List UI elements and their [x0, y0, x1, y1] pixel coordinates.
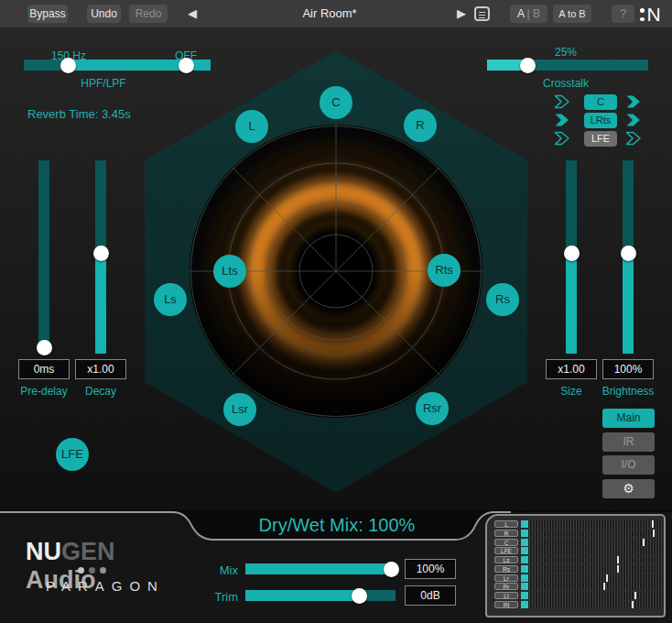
node-lts[interactable]: Lts [213, 255, 246, 288]
crosstalk-value-label: 25% [543, 46, 589, 59]
meter-scale [521, 601, 663, 608]
size-handle[interactable] [564, 246, 580, 261]
help-button[interactable]: ? [612, 5, 634, 23]
meter-peak-marker [617, 556, 619, 563]
meter-channel-label: R [494, 530, 518, 537]
view-tab-io[interactable]: I/O [602, 455, 655, 475]
pre-delay-value[interactable]: 0ms [18, 359, 70, 379]
meter-row-rs: Rs [487, 565, 664, 573]
trim-slider[interactable] [245, 590, 396, 601]
meter-channel-label: Rt [494, 601, 518, 608]
node-c[interactable]: C [320, 86, 352, 119]
meter-row-rr: Rr [487, 583, 664, 590]
undo-button[interactable]: Undo [87, 5, 121, 23]
preset-title: Air Room* [256, 0, 403, 27]
meter-channel-label: Lr [494, 574, 518, 582]
bottom-panel: Dry/Wet Mix: 100% NUGEN Audio PARAGON Mi… [0, 510, 672, 623]
meter-scale [521, 530, 663, 537]
ab-toggle-button[interactable]: A | B [510, 5, 547, 23]
decay-handle[interactable] [93, 246, 109, 261]
top-toolbar: Bypass Undo Redo ◀ Air Room* ▶ A | B A t… [0, 0, 672, 27]
decay-value[interactable]: x1.00 [75, 359, 126, 379]
meter-scale [521, 539, 663, 546]
trim-handle[interactable] [352, 588, 367, 604]
brightness-value[interactable]: 100% [602, 359, 654, 379]
nugen-logo: N [640, 4, 661, 26]
meter-row-rt: Rt [487, 601, 664, 608]
meter-row-lt: Lt [487, 592, 664, 599]
meter-level-bar [521, 547, 528, 554]
meter-level-bar [521, 539, 528, 546]
node-rs[interactable]: Rs [486, 283, 519, 316]
meter-level-bar [521, 530, 528, 537]
node-lsr[interactable]: Lsr [223, 393, 256, 426]
trim-label: Trim [197, 590, 238, 604]
meter-level-bar [521, 583, 528, 590]
trim-value[interactable]: 0dB [405, 585, 456, 606]
next-preset-icon[interactable]: ▶ [457, 6, 466, 20]
brightness-handle[interactable] [621, 246, 636, 261]
routing-button-c[interactable]: C [584, 94, 617, 110]
a-to-b-button[interactable]: A to B [553, 5, 591, 23]
view-tab-main[interactable]: Main [602, 409, 655, 428]
meter-channel-label: Lt [494, 592, 518, 599]
previous-preset-icon[interactable]: ◀ [188, 6, 197, 20]
crosstalk-routing: CLRtsLFE [554, 94, 645, 149]
meter-level-bar [521, 565, 528, 573]
node-rts[interactable]: Rts [428, 254, 461, 287]
meter-peak-marker [643, 539, 645, 546]
meter-channel-label: Rr [494, 583, 518, 590]
hpf-lpf-label: HPF/LPF [67, 77, 140, 90]
meter-channel-label: LFE [494, 547, 518, 554]
meter-peak-marker [603, 583, 605, 590]
brightness-label: Brightness [591, 385, 665, 398]
meter-level-bar [521, 556, 528, 563]
crosstalk-label: Crosstalk [534, 77, 598, 90]
meter-scale [521, 547, 663, 554]
meter-scale [521, 583, 663, 590]
routing-button-lfe[interactable]: LFE [584, 131, 617, 147]
meter-scale [521, 592, 663, 599]
mix-slider[interactable] [245, 563, 396, 574]
redo-button[interactable]: Redo [129, 5, 168, 23]
node-ls[interactable]: Ls [154, 283, 187, 316]
meter-level-bar [521, 601, 528, 608]
logo-dots-icon [640, 8, 645, 21]
meter-level-bar [521, 520, 528, 528]
level-meters-panel: LRCLFELsRsLrRrLtRt [485, 514, 666, 618]
meter-scale [521, 565, 663, 573]
meter-peak-marker [653, 530, 655, 537]
meter-row-lr: Lr [487, 574, 664, 582]
routing-row-c: C [554, 94, 645, 110]
meter-peak-marker [632, 601, 634, 608]
routing-button-lrts[interactable]: LRts [584, 113, 617, 128]
preset-list-icon[interactable] [474, 6, 490, 21]
view-tab-ir[interactable]: IR [602, 432, 655, 452]
size-value[interactable]: x1.00 [546, 359, 597, 379]
meter-channel-label: C [494, 539, 518, 546]
crosstalk-handle[interactable] [520, 58, 536, 73]
crosstalk-slider[interactable] [487, 60, 648, 71]
settings-button[interactable]: ⚙ [602, 479, 655, 498]
mix-value[interactable]: 100% [405, 559, 456, 579]
node-lfe[interactable]: LFE [56, 438, 89, 471]
meter-row-ls: Ls [487, 556, 664, 563]
mix-label: Mix [197, 563, 238, 577]
paragon-plugin-window: Bypass Undo Redo ◀ Air Room* ▶ A | B A t… [0, 0, 672, 623]
routing-row-lrts: LRts [554, 113, 645, 128]
lpf-handle[interactable] [179, 58, 194, 73]
node-rsr[interactable]: Rsr [416, 392, 449, 425]
meter-scale [521, 520, 663, 528]
bypass-button[interactable]: Bypass [27, 5, 68, 23]
node-l[interactable]: L [235, 110, 268, 143]
decay-label: Decay [64, 385, 137, 398]
reverb-time-label: Reverb Time: 3.45s [27, 107, 174, 121]
pre-delay-slider[interactable] [38, 160, 49, 354]
meter-peak-marker [606, 574, 608, 582]
meter-row-lfe: LFE [487, 547, 664, 554]
mix-handle[interactable] [384, 562, 399, 577]
meter-scale [521, 574, 663, 582]
meter-level-bar [521, 574, 528, 582]
routing-row-lfe: LFE [554, 131, 645, 147]
node-r[interactable]: R [404, 109, 437, 142]
